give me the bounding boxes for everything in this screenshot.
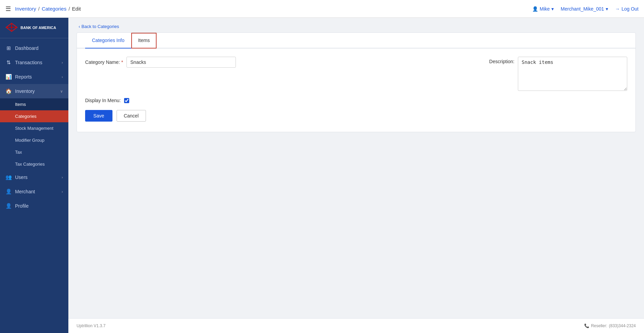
users-arrow-icon: › (62, 175, 63, 179)
transactions-icon: ⇅ (5, 59, 12, 66)
breadcrumb-inventory[interactable]: Inventory (15, 6, 36, 12)
merchant-label: Merchant_Mike_001 (561, 6, 604, 12)
description-label: Description: (489, 57, 514, 64)
form-row-display-in-menu: Display In Menu: (85, 98, 627, 103)
sidebar-sub-item-modifier[interactable]: Modifier Group (0, 134, 68, 146)
sidebar-label-profile: Profile (15, 203, 29, 209)
sidebar-sub-label-categories: Categories (15, 114, 37, 119)
user-chevron-icon: ▾ (551, 6, 554, 12)
breadcrumb-categories[interactable]: Categories (42, 6, 67, 12)
header-user[interactable]: 👤 Mike ▾ (532, 6, 554, 12)
user-label: Mike (540, 6, 550, 12)
tab-categories-info[interactable]: Categories Info (85, 33, 131, 48)
inventory-icon: 🏠 (5, 88, 12, 94)
sidebar-item-merchant[interactable]: 👤 Merchant › (0, 184, 68, 199)
sidebar-sub-item-items[interactable]: Items (0, 98, 68, 110)
logout-label: Log Out (621, 6, 639, 12)
form-buttons: Save Cancel (85, 110, 627, 122)
top-header: ☰ Inventory / Categories / Edit 👤 Mike ▾… (0, 0, 644, 18)
sidebar-sub-item-categories[interactable]: Categories (0, 110, 68, 122)
merchant-chevron-icon: ▾ (606, 6, 608, 12)
sidebar-label-inventory: Inventory (15, 88, 35, 94)
breadcrumb-sep-1: / (38, 6, 40, 12)
sidebar-sub-label-modifier: Modifier Group (15, 138, 44, 143)
sidebar-item-profile[interactable]: 👤 Profile (0, 199, 68, 213)
sidebar-item-users[interactable]: 👥 Users › (0, 170, 68, 184)
breadcrumb: Inventory / Categories / Edit (15, 6, 81, 12)
sidebar-label-users: Users (15, 175, 28, 180)
back-to-categories-link[interactable]: ‹ Back to Categories (68, 18, 644, 32)
sidebar-sub-label-stock: Stock Management (15, 126, 53, 131)
footer-phone-number: (833)344-2324 (609, 323, 636, 328)
save-button[interactable]: Save (85, 110, 112, 122)
sidebar-item-dashboard[interactable]: ⊞ Dashboard (0, 41, 68, 55)
breadcrumb-current: Edit (72, 6, 81, 12)
required-asterisk: * (121, 59, 123, 65)
edit-card: Categories Info Items Category Name: * (77, 32, 636, 132)
footer-reseller-label: Reseller: (591, 323, 607, 328)
dashboard-icon: ⊞ (5, 45, 12, 51)
reports-arrow-icon: › (62, 75, 63, 79)
phone-icon: 📞 (584, 323, 589, 328)
users-icon: 👥 (5, 174, 12, 180)
form-row-name-description: Category Name: * Description: Snack item… (85, 57, 627, 91)
form-area: Category Name: * Description: Snack item… (77, 57, 635, 122)
footer-version: Uptrillion V1.3.7 (77, 323, 106, 328)
sidebar-label-merchant: Merchant (15, 189, 35, 194)
tab-items-label: Items (138, 38, 150, 43)
sidebar-sub-item-stock[interactable]: Stock Management (0, 122, 68, 134)
content-footer: Uptrillion V1.3.7 📞 Reseller: (833)344-2… (68, 318, 644, 333)
display-in-menu-label: Display In Menu: (85, 98, 121, 103)
bank-logo (5, 23, 18, 33)
back-chevron-icon: ‹ (79, 24, 80, 29)
category-name-label: Category Name: * (85, 59, 123, 65)
category-name-input[interactable] (126, 57, 236, 68)
header-merchant[interactable]: Merchant_Mike_001 ▾ (561, 6, 608, 12)
sidebar-item-inventory[interactable]: 🏠 Inventory ∨ (0, 84, 68, 98)
tabs-bar: Categories Info Items (77, 33, 635, 48)
description-textarea[interactable]: Snack items (518, 57, 627, 91)
sidebar-label-transactions: Transactions (15, 60, 42, 65)
inventory-arrow-icon: ∨ (60, 89, 63, 94)
header-right: 👤 Mike ▾ Merchant_Mike_001 ▾ → Log Out (532, 6, 639, 12)
merchant-icon: 👤 (5, 189, 12, 195)
profile-icon: 👤 (5, 203, 12, 209)
footer-phone: 📞 Reseller: (833)344-2324 (584, 323, 636, 328)
sidebar-nav: ⊞ Dashboard ⇅ Transactions › 📊 Reports › (0, 38, 68, 333)
breadcrumb-sep-2: / (68, 6, 70, 12)
logo-area: BANK OF AMERICA (0, 18, 68, 38)
sidebar-label-dashboard: Dashboard (15, 45, 39, 51)
sidebar-sub-item-tax[interactable]: Tax (0, 146, 68, 158)
form-group-display-menu: Display In Menu: (85, 98, 129, 103)
back-link-label: Back to Categories (81, 24, 119, 29)
sidebar-label-reports: Reports (15, 74, 32, 80)
main-layout: BANK OF AMERICA ⊞ Dashboard ⇅ Transactio… (0, 18, 644, 333)
content-area: ‹ Back to Categories Categories Info Ite… (68, 18, 644, 333)
tab-categories-info-label: Categories Info (92, 38, 124, 43)
form-group-description: Description: Snack items (489, 57, 627, 91)
header-logout[interactable]: → Log Out (615, 6, 639, 12)
user-icon: 👤 (532, 6, 538, 12)
sidebar-item-reports[interactable]: 📊 Reports › (0, 70, 68, 84)
header-left: ☰ Inventory / Categories / Edit (5, 5, 81, 13)
sidebar-sub-label-tax: Tax (15, 150, 22, 155)
reports-icon: 📊 (5, 74, 12, 80)
tab-items[interactable]: Items (131, 33, 157, 48)
sidebar-sub-label-items: Items (15, 102, 26, 107)
cancel-button[interactable]: Cancel (117, 110, 146, 122)
hamburger-icon[interactable]: ☰ (5, 5, 11, 13)
sidebar-sub-label-tax-categories: Tax Categories (15, 162, 45, 167)
merchant-arrow-icon: › (62, 190, 63, 194)
logout-arrow-icon: → (615, 6, 620, 12)
logo-text: BANK OF AMERICA (21, 26, 56, 30)
sidebar-item-transactions[interactable]: ⇅ Transactions › (0, 55, 68, 70)
sidebar-sub-item-tax-categories[interactable]: Tax Categories (0, 158, 68, 170)
transactions-arrow-icon: › (62, 60, 63, 65)
form-group-category-name: Category Name: * (85, 57, 236, 68)
sidebar: BANK OF AMERICA ⊞ Dashboard ⇅ Transactio… (0, 18, 68, 333)
display-in-menu-checkbox[interactable] (124, 98, 129, 103)
